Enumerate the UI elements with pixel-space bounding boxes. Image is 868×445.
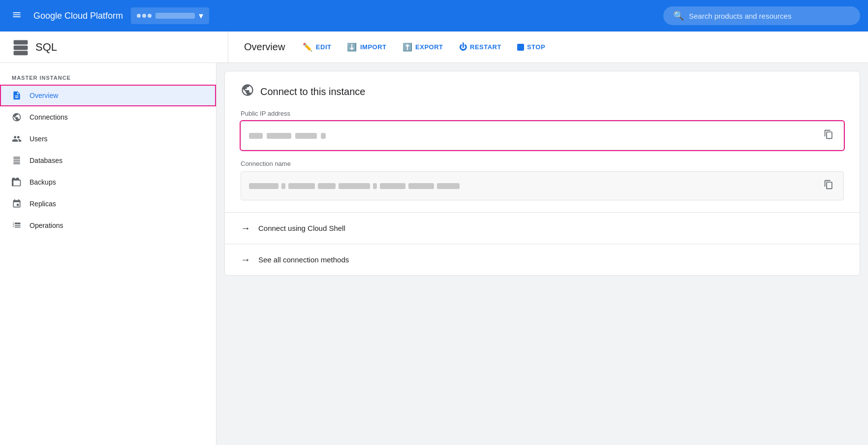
copy-ip-button[interactable] [822,127,836,144]
edit-label: EDIT [316,43,332,51]
overview-icon [12,91,22,100]
connections-label: Connections [30,113,68,121]
conn-blur-8 [408,183,434,189]
import-button[interactable]: ⬇️ IMPORT [341,38,392,56]
sidebar-item-operations[interactable]: Operations [0,215,216,236]
edit-icon: ✏️ [303,42,313,52]
topbar: Google Cloud Platform ▾ 🔍 Search product… [0,0,868,32]
backups-icon [12,177,22,187]
operations-label: Operations [30,222,63,229]
public-ip-value [249,133,822,139]
stop-icon [517,44,524,51]
connect-icon [241,83,254,100]
conn-blur-7 [380,183,405,189]
operations-icon [12,221,22,230]
cloud-shell-label: Connect using Cloud Shell [258,224,345,232]
connection-name-label: Connection name [241,160,844,167]
sidebar-item-connections[interactable]: Connections [0,106,216,128]
users-icon [12,134,22,144]
export-icon: ⬆️ [403,42,413,52]
conn-blur-9 [437,183,460,189]
sidebar-item-overview[interactable]: Overview [0,85,216,106]
hamburger-menu[interactable] [8,6,26,26]
export-label: EXPORT [415,43,443,51]
cloud-shell-link[interactable]: → Connect using Cloud Shell [225,213,860,244]
subheader-left: SQL [12,32,228,63]
page-title: Overview [244,41,285,53]
app-title: Google Cloud Platform [33,11,123,21]
users-label: Users [30,135,48,143]
overview-label: Overview [30,92,58,99]
search-bar[interactable]: 🔍 Search products and resources [663,6,860,25]
sidebar-section-label: MASTER INSTANCE [0,71,216,85]
public-ip-label: Public IP address [241,110,844,117]
replicas-label: Replicas [30,200,56,208]
main-layout: MASTER INSTANCE Overview Connections Use… [0,63,868,445]
search-placeholder: Search products and resources [689,12,791,20]
restart-icon: ⏻ [459,43,467,52]
all-methods-label: See all connection methods [258,255,349,264]
content-card: Connect to this instance Public IP addre… [224,71,860,276]
copy-conn-button[interactable] [822,178,836,194]
sidebar-item-databases[interactable]: Databases [0,150,216,171]
project-selector[interactable]: ▾ [131,7,209,24]
subheader-app-name: SQL [35,41,57,54]
import-icon: ⬇️ [347,42,357,52]
ip-blur-1 [249,133,263,139]
edit-button[interactable]: ✏️ EDIT [297,38,337,56]
sidebar-item-users[interactable]: Users [0,128,216,150]
connect-section: Connect to this instance Public IP addre… [225,71,860,213]
project-icon [137,14,152,18]
conn-blur-4 [318,183,336,189]
conn-blur-6 [373,183,377,189]
export-button[interactable]: ⬆️ EXPORT [397,38,449,56]
connection-name-value [249,183,822,189]
restart-button[interactable]: ⏻ RESTART [453,39,507,56]
backups-label: Backups [30,178,56,186]
public-ip-field [241,121,844,150]
connect-title: Connect to this instance [260,86,365,97]
ip-blur-3 [295,133,317,139]
databases-label: Databases [30,157,62,164]
conn-blur-3 [288,183,315,189]
all-methods-arrow: → [241,254,250,265]
stop-label: STOP [527,43,545,51]
svg-rect-2 [14,51,28,55]
project-name [155,13,195,19]
import-label: IMPORT [360,43,387,51]
connection-name-field [241,171,844,200]
connections-icon [12,112,22,122]
project-dropdown-icon: ▾ [199,10,203,21]
restart-label: RESTART [470,43,501,51]
sql-icon [12,38,30,56]
sidebar: MASTER INSTANCE Overview Connections Use… [0,63,217,445]
content-area: Connect to this instance Public IP addre… [217,63,868,445]
ip-blur-4 [321,133,326,139]
cloud-shell-arrow: → [241,222,250,234]
subheader-actions: Overview ✏️ EDIT ⬇️ IMPORT ⬆️ EXPORT ⏻ R… [228,38,856,56]
search-icon: 🔍 [673,10,684,21]
sidebar-item-replicas[interactable]: Replicas [0,193,216,215]
all-methods-link[interactable]: → See all connection methods [225,244,860,275]
ip-blur-2 [267,133,291,139]
replicas-icon [12,199,22,209]
conn-blur-2 [281,183,285,189]
databases-icon [12,156,22,165]
conn-blur-5 [339,183,370,189]
stop-button[interactable]: STOP [511,39,551,55]
svg-rect-0 [14,40,28,44]
section-title: Connect to this instance [241,83,844,100]
subheader: SQL Overview ✏️ EDIT ⬇️ IMPORT ⬆️ EXPORT… [0,32,868,63]
svg-rect-1 [14,45,28,50]
conn-blur-1 [249,183,279,189]
sidebar-item-backups[interactable]: Backups [0,171,216,193]
